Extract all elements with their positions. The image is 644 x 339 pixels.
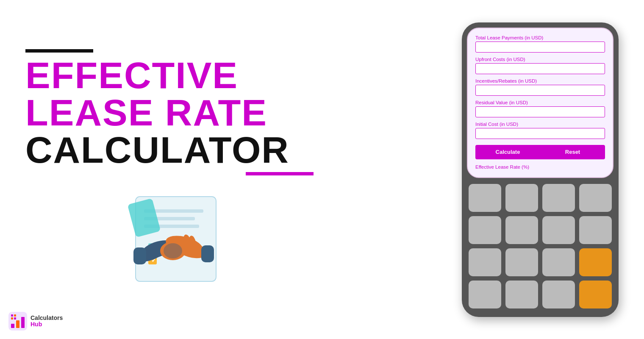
- key-4[interactable]: [579, 184, 612, 212]
- key-12[interactable]: [469, 281, 501, 308]
- title-line2: LEASE RATE: [25, 94, 322, 131]
- label-total-lease: Total Lease Payments (in USD): [475, 35, 605, 40]
- key-orange-2[interactable]: [579, 281, 612, 308]
- key-8[interactable]: [579, 216, 612, 244]
- reset-button[interactable]: Reset: [540, 145, 605, 159]
- input-total-lease[interactable]: [475, 42, 605, 53]
- form-group-total-lease: Total Lease Payments (in USD): [475, 35, 605, 53]
- key-10[interactable]: [505, 248, 538, 276]
- key-9[interactable]: [469, 248, 501, 276]
- svg-rect-18: [133, 247, 146, 264]
- illustration-area: ✓ ✓: [25, 188, 322, 290]
- key-11[interactable]: [542, 248, 575, 276]
- label-incentives: Incentives/Rebates (in USD): [475, 78, 605, 83]
- input-initial-cost[interactable]: [475, 128, 605, 139]
- svg-rect-22: [16, 320, 19, 328]
- input-incentives[interactable]: [475, 85, 605, 96]
- calculate-button[interactable]: Calculate: [475, 145, 540, 159]
- key-2[interactable]: [505, 184, 538, 212]
- svg-rect-21: [11, 324, 14, 328]
- svg-rect-25: [14, 314, 16, 317]
- purple-decorative-bar: [246, 172, 314, 175]
- handshake-illustration: ✓ ✓: [110, 188, 237, 290]
- svg-rect-27: [14, 317, 16, 320]
- svg-point-14: [164, 243, 182, 258]
- black-decorative-bar: [25, 49, 93, 53]
- svg-rect-26: [11, 317, 13, 320]
- svg-rect-24: [11, 314, 13, 317]
- key-5[interactable]: [469, 216, 501, 244]
- logo-text: Calculators Hub: [31, 315, 63, 328]
- form-group-incentives: Incentives/Rebates (in USD): [475, 78, 605, 96]
- key-7[interactable]: [542, 216, 575, 244]
- logo-calculators: Calculators: [31, 315, 63, 321]
- label-residual-value: Residual Value (in USD): [475, 100, 605, 105]
- key-14[interactable]: [542, 281, 575, 308]
- svg-rect-23: [21, 317, 25, 328]
- key-6[interactable]: [505, 216, 538, 244]
- title-line1: EFFECTIVE: [25, 57, 322, 94]
- svg-rect-19: [201, 245, 214, 262]
- key-13[interactable]: [505, 281, 538, 308]
- keypad: [467, 184, 613, 308]
- key-orange-1[interactable]: [579, 248, 612, 276]
- logo-icon: [8, 312, 27, 331]
- key-3[interactable]: [542, 184, 575, 212]
- calculator-screen: Total Lease Payments (in USD) Upfront Co…: [467, 28, 613, 178]
- logo-hub: Hub: [31, 321, 63, 328]
- left-section: EFFECTIVE LEASE RATE CALCULATOR ✓ ✓: [25, 49, 322, 290]
- result-label: Effective Lease Rate (%): [475, 164, 605, 170]
- label-initial-cost: Initial Cost (in USD): [475, 122, 605, 127]
- title-line3: CALCULATOR: [25, 131, 322, 169]
- input-residual-value[interactable]: [475, 106, 605, 117]
- form-group-upfront-costs: Upfront Costs (in USD): [475, 57, 605, 74]
- logo-area: Calculators Hub: [8, 312, 63, 331]
- calculator-device: Total Lease Payments (in USD) Upfront Co…: [462, 22, 619, 317]
- right-section: Total Lease Payments (in USD) Upfront Co…: [462, 22, 619, 317]
- action-buttons-row: Calculate Reset: [475, 145, 605, 159]
- key-1[interactable]: [469, 184, 501, 212]
- form-group-residual-value: Residual Value (in USD): [475, 100, 605, 117]
- input-upfront-costs[interactable]: [475, 63, 605, 74]
- label-upfront-costs: Upfront Costs (in USD): [475, 57, 605, 62]
- form-group-initial-cost: Initial Cost (in USD): [475, 122, 605, 139]
